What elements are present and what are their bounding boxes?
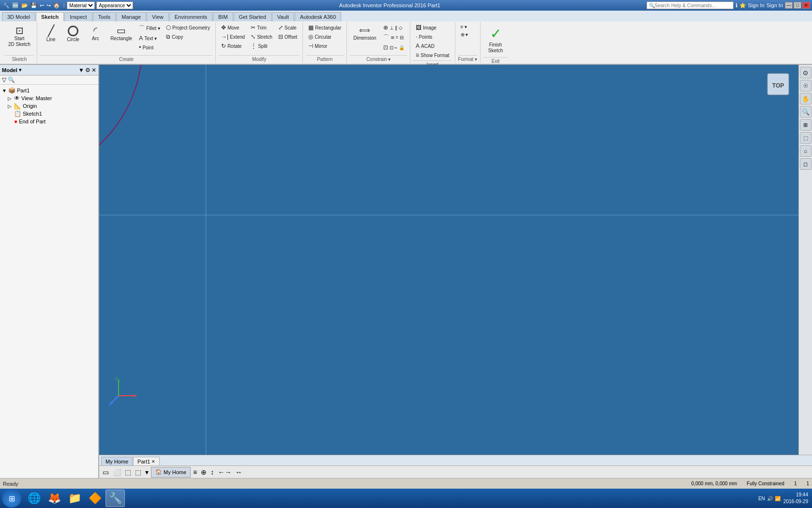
line-btn[interactable]: ╱ Line (40, 23, 61, 45)
points-btn[interactable]: · Points (413, 32, 451, 41)
tab-3d-model[interactable]: 3D Model (2, 12, 35, 21)
info-btn[interactable]: ℹ (736, 2, 737, 9)
filter-search-icon[interactable]: 🔍 (8, 76, 15, 83)
fillet-btn[interactable]: ⌒ Fillet ▾ (136, 23, 163, 33)
constrain-tools2[interactable]: ⌒ ≋ = ⊟ (381, 32, 407, 43)
nav-home-btn[interactable]: ⌂ (800, 145, 812, 157)
copy-btn[interactable]: ⧉ Copy (164, 32, 212, 41)
open-btn[interactable]: 📂 (20, 2, 29, 9)
nav-zoom-window-btn[interactable]: ⬚ (800, 132, 812, 144)
panel-close-btn[interactable]: ✕ (91, 67, 96, 74)
network-icon[interactable]: 📶 (775, 496, 781, 501)
tab-bim[interactable]: BIM (213, 12, 233, 21)
split-btn[interactable]: ⋮ Split (248, 42, 275, 50)
nav-view-face-btn[interactable]: ◻ (800, 158, 812, 170)
nav-more-btn[interactable]: ≡ (192, 468, 198, 477)
tab-sketch[interactable]: Sketch (36, 12, 64, 21)
rotate-btn[interactable]: ↻ Rotate (219, 42, 247, 50)
circle-btn[interactable]: Circle (62, 23, 84, 45)
tab-get-started[interactable]: Get Started (234, 12, 271, 21)
tab-tools[interactable]: Tools (93, 12, 116, 21)
nav-zoom-btn[interactable]: 🔍 (800, 106, 812, 118)
extend-btn[interactable]: →| Extend (219, 32, 247, 41)
project-geometry-btn[interactable]: ⬡ Project Geometry (164, 23, 212, 32)
nav-arrow-h-btn[interactable]: ↔ (234, 468, 243, 477)
tab-vault[interactable]: Vault (272, 12, 294, 21)
offset-btn[interactable]: ⊟ Offset (276, 32, 300, 41)
maximize-btn[interactable]: □ (794, 2, 801, 9)
nav-toggle-btn[interactable]: ⬚ (134, 468, 143, 477)
nav-snap-btn[interactable]: ⬜ (111, 468, 122, 477)
taskbar-chrome[interactable]: 🌐 (24, 490, 44, 507)
save-btn[interactable]: 💾 (30, 2, 38, 9)
circular-pattern-btn[interactable]: ◎ Circular (306, 32, 344, 41)
finish-sketch-btn[interactable]: ✓ FinishSketch (483, 23, 508, 56)
stretch-btn[interactable]: ⤡ Stretch (248, 32, 275, 41)
tab-view[interactable]: View (147, 12, 169, 21)
rectangle-btn[interactable]: ▭ Rectangle (107, 23, 135, 44)
constrain-tools3[interactable]: ⊡ ⊡ ⌁ 🔒 (381, 43, 407, 52)
taskbar-inventor[interactable]: 🔧 (105, 490, 125, 507)
format-tool1[interactable]: ≡ ▾ (458, 23, 471, 30)
nav-arrow-up-btn[interactable]: ↕ (209, 468, 215, 477)
format-tool2[interactable]: ⊕ ▾ (458, 31, 471, 38)
move-btn[interactable]: ✥ Move (219, 23, 247, 32)
volume-icon[interactable]: 🔊 (767, 496, 773, 501)
tab-environments[interactable]: Environments (169, 12, 212, 21)
taskbar-firefox[interactable]: 🦊 (45, 490, 64, 507)
text-btn[interactable]: A Text ▾ (136, 34, 163, 43)
nav-dropdown-btn[interactable]: ▾ (144, 468, 150, 477)
tree-item-sketch1[interactable]: 📋 Sketch1 (1, 110, 97, 118)
viewcube[interactable]: TOP (764, 70, 793, 99)
constrain-tools[interactable]: ⊕ ⊥ ∥ ◇ (381, 23, 407, 32)
tree-item-view-master[interactable]: ▷ 👁 View: Master (1, 94, 97, 102)
minimize-btn[interactable]: — (785, 2, 793, 9)
sign-in-btn[interactable]: Sign In (748, 2, 765, 8)
trim-btn[interactable]: ✂ Trim (248, 23, 275, 32)
home-btn[interactable]: 🏠 (52, 2, 61, 9)
panel-settings-icon[interactable]: ⚙ (85, 67, 90, 74)
mirror-btn[interactable]: ⊣ Mirror (306, 42, 344, 50)
nav-zoom-all-btn[interactable]: ⊞ (800, 119, 812, 131)
filter-funnel-icon[interactable]: ▽ (2, 76, 6, 83)
rectangular-btn[interactable]: ▦ Rectangular (306, 23, 344, 32)
inventor-logo[interactable]: 🔧 (2, 2, 11, 9)
start-button[interactable]: ⊞ (2, 489, 21, 508)
nav-origin-btn[interactable]: ⬚ (123, 468, 133, 477)
dimension-btn[interactable]: ⟺ Dimension (350, 23, 379, 44)
nav-grid-btn[interactable]: ▭ (101, 468, 110, 477)
appearance-dropdown[interactable]: Appearance (96, 1, 133, 9)
nav-home-tab[interactable]: 🏠 My Home (151, 467, 191, 478)
material-dropdown[interactable]: Material (67, 1, 95, 9)
close-btn[interactable]: ✕ (802, 2, 810, 9)
sign-in-label[interactable]: Sign In (767, 2, 783, 8)
nav-add-btn[interactable]: ⊕ (199, 468, 208, 477)
nav-look-at-btn[interactable]: ☉ (800, 80, 812, 91)
part1-tab-close[interactable]: ✕ (151, 459, 155, 464)
undo-btn[interactable]: ↩ (39, 2, 45, 9)
tree-item-end-of-part[interactable]: ● End of Part (1, 118, 97, 125)
taskbar-vlc[interactable]: 🔶 (85, 490, 105, 507)
tab-autodesk-a360[interactable]: Autodesk A360 (295, 12, 341, 21)
tab-part1[interactable]: Part1 ✕ (133, 457, 160, 465)
filter-icon[interactable]: ▼ (78, 67, 84, 74)
tree-item-part1[interactable]: ▼ 📦 Part1 (1, 87, 97, 94)
arc-btn[interactable]: ◜ Arc (85, 23, 106, 44)
canvas-area[interactable]: 50 TOP (99, 65, 812, 455)
search-input[interactable] (655, 3, 722, 8)
image-btn[interactable]: 🖼 Image (413, 23, 451, 32)
start-2d-sketch-btn[interactable]: ⊡ Start2D Sketch (5, 23, 34, 50)
tab-inspect[interactable]: Inspect (64, 12, 92, 21)
acad-btn[interactable]: A ACAD (413, 42, 451, 50)
scale-btn[interactable]: ⤢ Scale (276, 23, 300, 32)
taskbar-explorer[interactable]: 📁 (65, 490, 84, 507)
tree-item-origin[interactable]: ▷ 📐 Origin (1, 102, 97, 110)
tab-my-home[interactable]: My Home (101, 457, 133, 465)
favorites-btn[interactable]: ⭐ (739, 2, 746, 9)
new-btn[interactable]: 🆕 (11, 2, 20, 9)
clock[interactable]: 19:44 2016-09-29 (783, 492, 808, 505)
search-bar[interactable]: 🔍 (647, 1, 734, 9)
nav-arrow-lr-btn[interactable]: ←→ (216, 468, 233, 477)
show-format-btn[interactable]: ≡ Show Format (413, 51, 451, 60)
nav-orbit-btn[interactable]: ⊙ (800, 67, 812, 78)
